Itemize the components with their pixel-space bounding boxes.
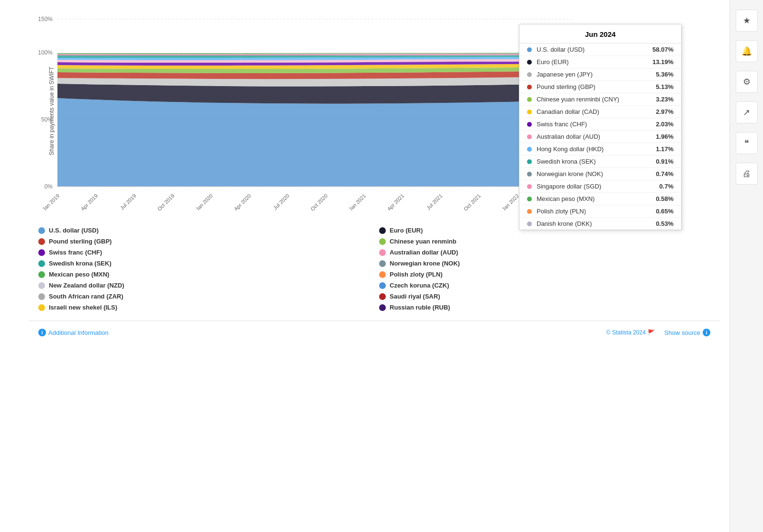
legend-dot bbox=[379, 282, 386, 289]
legend-item: South African rand (ZAR) bbox=[38, 293, 370, 300]
currency-name: Hong Kong dollar (HKD) bbox=[537, 145, 645, 153]
svg-text:Jul 2020: Jul 2020 bbox=[272, 193, 291, 211]
additional-info-link[interactable]: i Additional Information bbox=[38, 329, 109, 336]
svg-text:Apr 2019: Apr 2019 bbox=[79, 193, 99, 211]
currency-name: Mexican peso (MXN) bbox=[537, 195, 645, 202]
chart-wrapper: Share in payments value in SWIFT 150% 10… bbox=[29, 10, 720, 212]
svg-text:0%: 0% bbox=[45, 183, 53, 190]
svg-text:Jan 2020: Jan 2020 bbox=[194, 193, 213, 211]
legend-dot bbox=[38, 293, 45, 300]
currency-dot bbox=[527, 72, 532, 77]
legend-label: U.S. dollar (USD) bbox=[49, 227, 99, 234]
chart-svg: 150% 100% 50% 0% bbox=[34, 10, 584, 211]
tooltip-rows-container: U.S. dollar (USD) 58.07% Euro (EUR) 13.1… bbox=[519, 44, 681, 230]
quote-icon[interactable]: ❝ bbox=[736, 132, 758, 154]
legend-item: Mexican peso (MXN) bbox=[38, 271, 370, 278]
currency-dot bbox=[527, 134, 532, 139]
star-icon[interactable]: ★ bbox=[736, 10, 758, 32]
additional-info-label: Additional Information bbox=[48, 329, 109, 336]
share-icon[interactable]: ↗ bbox=[736, 101, 758, 123]
legend-item: U.S. dollar (USD) bbox=[38, 227, 370, 234]
currency-dot bbox=[527, 60, 532, 65]
legend-dot bbox=[38, 227, 45, 234]
sidebar-icons: ★🔔⚙↗❝🖨 bbox=[729, 0, 763, 532]
legend-label: Polish zloty (PLN) bbox=[390, 271, 443, 278]
legend-dot bbox=[379, 260, 386, 267]
legend-item: Czech koruna (CZK) bbox=[379, 282, 710, 289]
legend-item: Israeli new shekel (ILS) bbox=[38, 304, 370, 311]
currency-name: Singapore dollar (SGD) bbox=[537, 183, 645, 190]
tooltip-row: Swiss franc (CHF) 2.03% bbox=[519, 118, 681, 131]
svg-text:Oct 2020: Oct 2020 bbox=[309, 193, 328, 211]
svg-text:50%: 50% bbox=[41, 116, 53, 123]
svg-text:Jan 2022: Jan 2022 bbox=[501, 193, 520, 211]
currency-value: 5.13% bbox=[645, 83, 673, 90]
legend-label: Norwegian krone (NOK) bbox=[390, 260, 460, 267]
legend-dot bbox=[38, 282, 45, 289]
currency-name: Chinese yuan renminbi (CNY) bbox=[537, 96, 645, 103]
currency-dot bbox=[527, 122, 532, 127]
currency-name: Australian dollar (AUD) bbox=[537, 133, 645, 140]
print-icon[interactable]: 🖨 bbox=[736, 163, 758, 185]
tooltip-row: Polish zloty (PLN) 0.65% bbox=[519, 205, 681, 218]
legend-item: Saudi riyal (SAR) bbox=[379, 293, 710, 300]
tooltip-title: Jun 2024 bbox=[519, 24, 681, 44]
svg-text:Jul 2021: Jul 2021 bbox=[426, 193, 444, 211]
legend-item: Russian ruble (RUB) bbox=[379, 304, 710, 311]
svg-text:Oct 2019: Oct 2019 bbox=[156, 193, 175, 211]
tooltip-row: Pound sterling (GBP) 5.13% bbox=[519, 81, 681, 93]
currency-value: 0.65% bbox=[645, 208, 673, 215]
currency-name: Polish zloty (PLN) bbox=[537, 208, 645, 215]
legend-label: Swiss franc (CHF) bbox=[49, 249, 102, 256]
legend-label: Australian dollar (AUD) bbox=[390, 249, 458, 256]
currency-dot bbox=[527, 184, 532, 189]
legend-dot bbox=[38, 260, 45, 267]
legend-label: Czech koruna (CZK) bbox=[390, 282, 449, 289]
tooltip-row: Australian dollar (AUD) 1.96% bbox=[519, 131, 681, 143]
svg-text:Apr 2021: Apr 2021 bbox=[386, 193, 405, 211]
show-source-button[interactable]: Show source i bbox=[664, 329, 710, 336]
currency-value: 13.19% bbox=[645, 58, 673, 66]
legend-label: Chinese yuan renminb bbox=[390, 238, 456, 245]
currency-value: 2.03% bbox=[645, 121, 673, 128]
statista-credit: © Statista 2024 🚩 bbox=[606, 329, 655, 336]
currency-dot bbox=[527, 197, 532, 201]
legend-label: New Zealand dollar (NZD) bbox=[49, 282, 124, 289]
additional-info-icon: i bbox=[38, 329, 46, 336]
bell-icon[interactable]: 🔔 bbox=[736, 40, 758, 62]
legend-item: Australian dollar (AUD) bbox=[379, 249, 710, 256]
currency-name: Danish krone (DKK) bbox=[537, 220, 645, 227]
tooltip-row: Japanese yen (JPY) 5.36% bbox=[519, 68, 681, 81]
svg-text:Oct 2021: Oct 2021 bbox=[462, 193, 482, 211]
currency-name: Norwegian krone (NOK) bbox=[537, 170, 645, 177]
tooltip-row: Hong Kong dollar (HKD) 1.17% bbox=[519, 143, 681, 155]
currency-value: 0.58% bbox=[645, 195, 673, 202]
currency-name: Swiss franc (CHF) bbox=[537, 121, 645, 128]
tooltip-row: Chinese yuan renminbi (CNY) 3.23% bbox=[519, 93, 681, 106]
svg-text:Jan 2021: Jan 2021 bbox=[348, 193, 367, 211]
currency-dot bbox=[527, 222, 532, 226]
legend-dot bbox=[38, 304, 45, 311]
currency-dot bbox=[527, 147, 532, 152]
legend-item: Pound sterling (GBP) bbox=[38, 238, 370, 245]
show-source-icon: i bbox=[703, 329, 710, 336]
currency-value: 0.74% bbox=[645, 170, 673, 177]
legend-dot bbox=[379, 249, 386, 256]
legend-dot bbox=[379, 293, 386, 300]
currency-name: Euro (EUR) bbox=[537, 58, 645, 66]
footer-right: © Statista 2024 🚩 Show source i bbox=[606, 329, 710, 336]
gear-icon[interactable]: ⚙ bbox=[736, 71, 758, 93]
currency-value: 3.23% bbox=[645, 96, 673, 103]
legend-label: Russian ruble (RUB) bbox=[390, 304, 450, 311]
legend-dot bbox=[38, 271, 45, 278]
legend-dot bbox=[379, 271, 386, 278]
legend-label: Israeli new shekel (ILS) bbox=[49, 304, 117, 311]
currency-name: Pound sterling (GBP) bbox=[537, 83, 645, 90]
currency-value: 1.96% bbox=[645, 133, 673, 140]
currency-dot bbox=[527, 47, 532, 52]
currency-name: Japanese yen (JPY) bbox=[537, 71, 645, 78]
currency-value: 0.7% bbox=[645, 183, 673, 190]
legend-label: Saudi riyal (SAR) bbox=[390, 293, 440, 300]
main-container: Share in payments value in SWIFT 150% 10… bbox=[0, 0, 763, 532]
tooltip-row: Euro (EUR) 13.19% bbox=[519, 56, 681, 68]
